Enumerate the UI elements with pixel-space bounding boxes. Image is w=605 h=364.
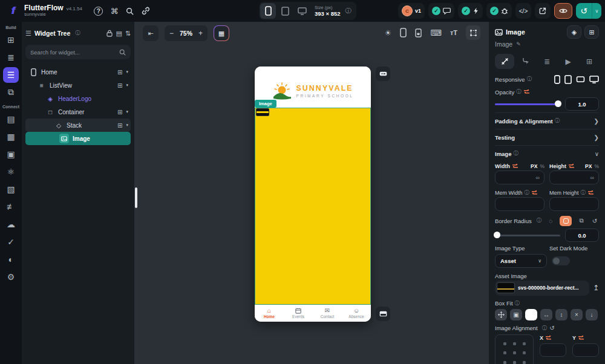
open-preview-button[interactable] xyxy=(535,3,551,19)
ui-builder-icon[interactable]: ⊞ xyxy=(3,32,19,48)
y-input[interactable] xyxy=(572,343,599,357)
app-values-icon[interactable]: ▣ xyxy=(3,146,19,162)
image-type-dropdown[interactable]: Asset ∨ xyxy=(495,254,547,268)
preview-eye-button[interactable] xyxy=(554,3,572,19)
infinity-icon[interactable]: ∞ xyxy=(590,175,594,181)
align-dot[interactable] xyxy=(513,342,516,345)
border-radius-slider-knob[interactable] xyxy=(494,232,500,238)
components-icon[interactable]: ⧉ xyxy=(3,85,19,100)
media-assets-icon[interactable]: ▧ xyxy=(3,181,19,197)
asset-image-picker[interactable]: svs-000000-border-rect... xyxy=(495,281,589,296)
device-desktop-button[interactable] xyxy=(294,3,310,19)
conditional-value-icon[interactable] xyxy=(569,164,574,169)
selected-widget-badge[interactable]: Image xyxy=(255,100,276,108)
width-input[interactable]: ∞ xyxy=(495,171,544,184)
phone-mockup[interactable]: SUNNYVALE PRIMARY SCHOOL Image ⌂ Home Ev… xyxy=(255,67,371,322)
boxfit-fitwidth-button[interactable]: ↔ xyxy=(540,309,552,320)
lock-icon[interactable] xyxy=(106,30,113,37)
collapse-caret-icon[interactable]: ▾ xyxy=(126,123,128,128)
slots-icon[interactable]: ▤ xyxy=(116,30,122,37)
device-tablet-button[interactable] xyxy=(277,3,293,19)
boxfit-fitheight-button[interactable]: ↕ xyxy=(555,309,567,320)
conditional-value-icon[interactable] xyxy=(578,336,584,340)
info-icon[interactable]: ⓘ xyxy=(516,88,522,96)
reset-alignment-icon[interactable]: ↺ xyxy=(549,325,554,331)
share-link-icon[interactable] xyxy=(138,3,154,19)
tab-animations[interactable]: ▶ xyxy=(558,54,578,69)
opacity-value[interactable]: 1.0 xyxy=(565,97,599,111)
edit-name-icon[interactable]: ✎ xyxy=(516,41,521,47)
info-icon[interactable]: ⓘ xyxy=(542,325,548,332)
debug-status-button[interactable]: ✓ xyxy=(486,3,512,19)
responsive-desktop-icon[interactable] xyxy=(589,76,599,83)
padding-alignment-section[interactable]: Padding & Alignment ⓘ ❯ xyxy=(495,112,599,129)
run-button[interactable]: ↺ ∨ xyxy=(576,3,601,19)
design-canvas[interactable]: ⇤ − 75% + ▦ ☀ ⌨ тT xyxy=(138,22,489,364)
upload-icon[interactable]: ↥ xyxy=(593,284,599,292)
resize-handle[interactable] xyxy=(135,187,137,208)
settings-gear-icon[interactable]: ⚙ xyxy=(3,269,19,285)
collapse-caret-icon[interactable]: ▾ xyxy=(126,83,128,88)
align-dot[interactable] xyxy=(523,342,526,345)
conditional-value-icon[interactable] xyxy=(532,190,537,195)
custom-code-icon[interactable]: ≢ xyxy=(3,199,19,215)
transform-select-icon[interactable] xyxy=(466,25,480,40)
responsive-tablet-icon[interactable] xyxy=(564,75,572,84)
device-frame-icon[interactable] xyxy=(400,28,407,37)
align-dot[interactable] xyxy=(513,361,516,364)
tab-list[interactable]: ≣ xyxy=(537,54,557,69)
align-dot[interactable] xyxy=(513,351,516,354)
tab-add[interactable]: ⊞ xyxy=(580,54,599,69)
collapse-caret-icon[interactable]: ▾ xyxy=(126,70,128,74)
widget-name[interactable]: Image xyxy=(495,41,512,48)
opacity-slider[interactable] xyxy=(495,103,560,105)
bottomsheet-toggle-button[interactable] xyxy=(376,307,390,321)
zoom-out-button[interactable]: − xyxy=(169,29,174,37)
infinity-icon[interactable]: ∞ xyxy=(536,175,540,181)
align-dot[interactable] xyxy=(503,351,506,354)
add-child-icon[interactable]: ⊞ xyxy=(117,82,122,89)
tree-item-listview[interactable]: ≡ ListView ⊞ ▾ xyxy=(25,79,131,92)
add-widget-button[interactable]: ⊞ xyxy=(584,25,599,39)
add-child-icon[interactable]: ⊞ xyxy=(117,69,122,76)
conditional-value-icon[interactable] xyxy=(588,190,594,195)
tab-properties[interactable] xyxy=(495,54,514,69)
tests-icon[interactable]: ✓ xyxy=(3,234,19,250)
device-phone-button[interactable] xyxy=(260,3,276,19)
widget-tree-icon[interactable]: ☰ xyxy=(3,67,19,83)
info-icon[interactable]: ⓘ xyxy=(527,76,532,83)
responsive-laptop-icon[interactable] xyxy=(576,76,585,83)
widget-search-input[interactable] xyxy=(30,49,119,56)
align-dot[interactable] xyxy=(503,361,506,364)
command-menu-icon[interactable]: ⌘ xyxy=(106,3,122,19)
border-radius-slider[interactable] xyxy=(495,235,560,236)
statusbar-toggle-button[interactable] xyxy=(376,67,390,81)
align-dot[interactable] xyxy=(523,361,526,364)
branch-version-button[interactable]: C v1 xyxy=(398,3,425,19)
boxfit-none-button[interactable]: × xyxy=(571,309,583,320)
light-mode-icon[interactable]: ☀ xyxy=(384,28,391,37)
per-corner-radius-button[interactable]: ◌ xyxy=(544,216,557,226)
add-child-icon[interactable]: ⊞ xyxy=(117,109,122,115)
boxfit-contain-button[interactable]: ▣ xyxy=(510,309,522,320)
responsive-phone-icon[interactable] xyxy=(554,75,560,84)
run-dropdown-caret[interactable]: ∨ xyxy=(592,3,601,19)
tree-item-stack[interactable]: ◇ Stack ⊞ ▾ xyxy=(25,119,131,132)
cloud-functions-icon[interactable]: ☁ xyxy=(3,216,19,232)
boxfit-scaledown-button[interactable]: ↓ xyxy=(586,309,598,320)
data-types-icon[interactable]: ▦ xyxy=(3,129,19,145)
widget-search[interactable] xyxy=(25,45,131,59)
conditional-value-icon[interactable] xyxy=(512,164,518,169)
variables-display-toggle[interactable]: ▦ xyxy=(214,25,229,41)
nav-item-absence[interactable]: ☺ Absence xyxy=(342,308,371,319)
unit-px-toggle[interactable]: PX xyxy=(531,163,537,169)
flutterflow-logo-icon[interactable]: ff xyxy=(5,4,19,18)
mem-height-input[interactable] xyxy=(549,197,599,211)
view-code-button[interactable]: </> xyxy=(515,3,531,19)
text-scale-icon[interactable]: тT xyxy=(450,29,457,36)
pages-icon[interactable]: ≣ xyxy=(3,50,19,65)
image-widget-selection[interactable] xyxy=(255,108,371,305)
unit-px-toggle[interactable]: PX xyxy=(585,163,592,169)
collapse-caret-icon[interactable]: ▾ xyxy=(126,109,128,114)
nav-item-events[interactable]: Events xyxy=(284,308,313,319)
